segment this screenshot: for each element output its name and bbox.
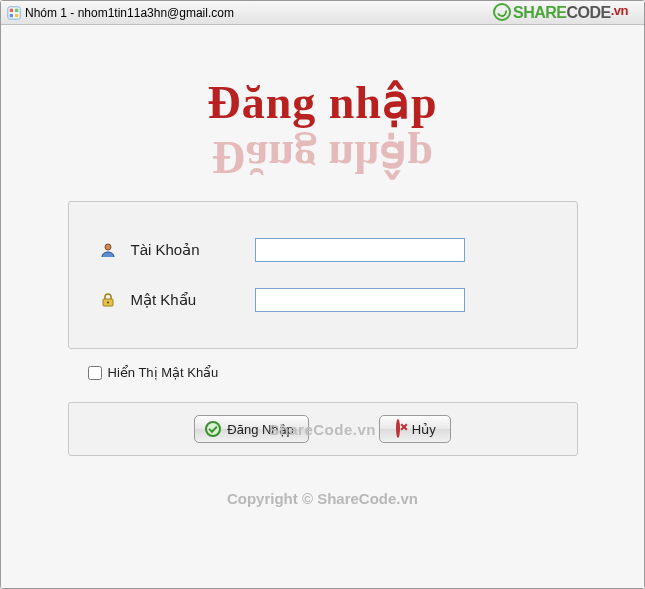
login-button-label: Đăng Nhập (227, 422, 294, 437)
show-password-row[interactable]: Hiển Thị Mật Khẩu (68, 365, 578, 380)
page-title: Đăng nhập (1, 75, 644, 129)
svg-rect-1 (10, 8, 14, 12)
button-panel: Đăng Nhập ShareCode.vn Hủy (68, 402, 578, 456)
show-password-label: Hiển Thị Mật Khẩu (108, 365, 219, 380)
svg-rect-4 (15, 13, 19, 17)
cancel-button[interactable]: Hủy (379, 415, 451, 443)
password-input[interactable] (255, 288, 465, 312)
password-row: Mật Khẩu (99, 288, 547, 312)
login-panel: Tài Khoản Mật Khẩu (68, 201, 578, 349)
cancel-icon (390, 421, 406, 437)
title-bar[interactable]: Nhóm 1 - nhom1tin11a3hn@gmail.com SHAREC… (1, 1, 644, 25)
page-title-reflection: Đăng nhập (1, 131, 644, 185)
svg-point-7 (106, 301, 108, 303)
app-window: Nhóm 1 - nhom1tin11a3hn@gmail.com SHAREC… (0, 0, 645, 589)
svg-rect-2 (15, 8, 19, 12)
ok-icon (205, 421, 221, 437)
footer-copyright: Copyright © ShareCode.vn (1, 490, 644, 507)
heading-section: Đăng nhập Đăng nhập (1, 75, 644, 185)
svg-rect-3 (10, 13, 14, 17)
recycle-icon (493, 3, 511, 21)
lock-icon (99, 292, 117, 308)
window-title: Nhóm 1 - nhom1tin11a3hn@gmail.com (25, 6, 234, 20)
login-button[interactable]: Đăng Nhập (194, 415, 309, 443)
show-password-checkbox[interactable] (88, 366, 102, 380)
user-icon (99, 242, 117, 258)
username-row: Tài Khoản (99, 238, 547, 262)
username-label: Tài Khoản (131, 241, 241, 259)
app-icon (7, 6, 21, 20)
password-label: Mật Khẩu (131, 291, 241, 309)
cancel-button-label: Hủy (412, 422, 436, 437)
svg-point-5 (105, 244, 111, 250)
username-input[interactable] (255, 238, 465, 262)
watermark-top: SHARECODE.vn (493, 3, 628, 22)
client-area: Đăng nhập Đăng nhập Tài Khoản Mật Khẩu (1, 25, 644, 588)
